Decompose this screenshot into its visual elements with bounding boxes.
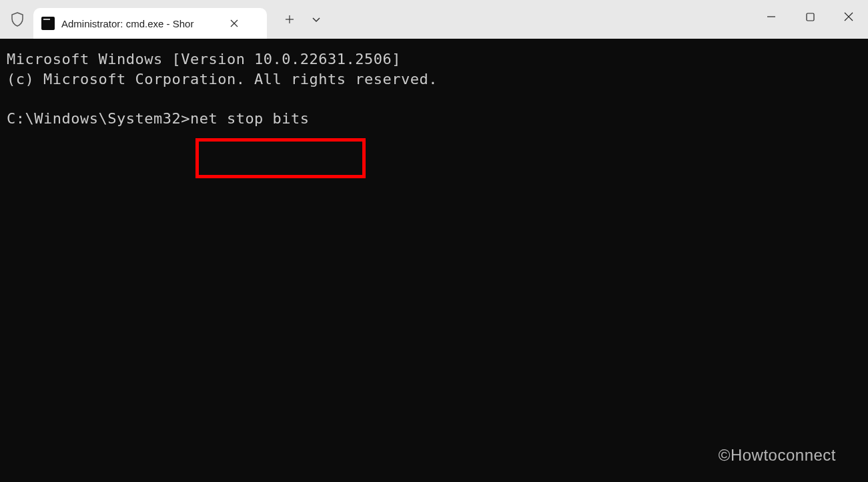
banner-line-2: (c) Microsoft Corporation. All rights re… xyxy=(7,69,861,89)
prompt-text: C:\Windows\System32> xyxy=(7,110,190,127)
shield-icon xyxy=(9,11,25,27)
watermark-text: ©Howtoconnect xyxy=(719,445,836,466)
window-controls xyxy=(752,0,868,33)
tab-dropdown-button[interactable] xyxy=(306,9,327,30)
new-tab-button[interactable] xyxy=(279,9,300,30)
blank-line xyxy=(7,89,861,109)
titlebar: Administrator: cmd.exe - Shor xyxy=(0,0,868,39)
cmd-terminal-icon xyxy=(41,17,55,30)
banner-line-1: Microsoft Windows [Version 10.0.22631.25… xyxy=(7,49,861,69)
command-highlight-box xyxy=(195,138,366,178)
minimize-button[interactable] xyxy=(752,2,791,31)
tab-close-button[interactable] xyxy=(228,17,240,29)
prompt-line: C:\Windows\System32>net stop bits xyxy=(7,109,861,129)
close-button[interactable] xyxy=(829,2,868,31)
tab-title: Administrator: cmd.exe - Shor xyxy=(61,18,222,29)
maximize-button[interactable] xyxy=(791,2,829,31)
svg-rect-5 xyxy=(807,13,814,21)
tab-active[interactable]: Administrator: cmd.exe - Shor xyxy=(33,8,267,39)
terminal-area[interactable]: Microsoft Windows [Version 10.0.22631.25… xyxy=(0,39,868,482)
command-text: net stop bits xyxy=(190,110,310,127)
